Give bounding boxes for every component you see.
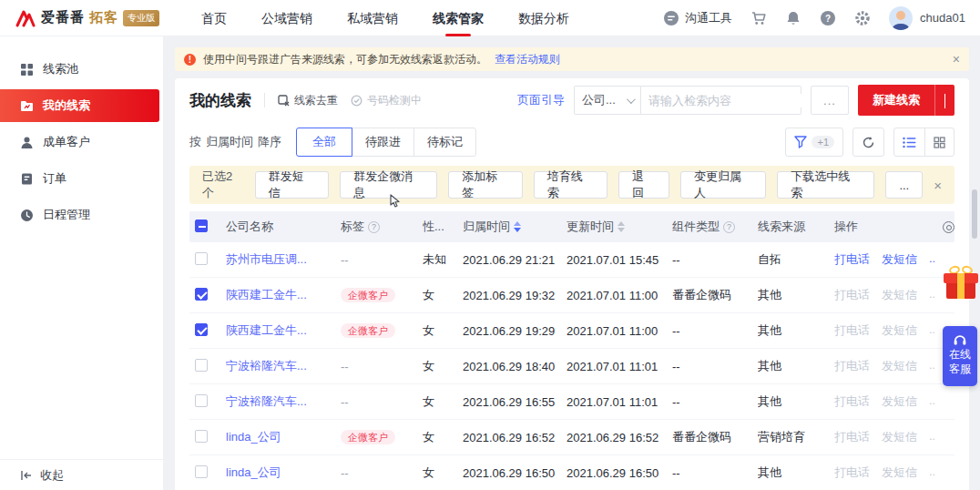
company-link[interactable]: 陕西建工金牛... [226, 288, 307, 301]
bell-icon[interactable] [785, 10, 801, 26]
card-view-button[interactable] [924, 128, 954, 157]
nav-item-public-marketing[interactable]: 公域营销 [261, 0, 312, 36]
search-field-select[interactable]: 公司... [574, 86, 641, 115]
add-tag-button[interactable]: 添加标签 [448, 171, 522, 199]
nurture-leads-button[interactable]: 培育线索 [534, 171, 607, 199]
row-checkbox[interactable] [195, 465, 208, 478]
assign-time-cell: 2021.06.29 16:50 [463, 466, 567, 480]
call-link[interactable]: 打电话 [834, 358, 870, 374]
row-more-link[interactable]: ... [929, 464, 934, 481]
scrollbar-thumb[interactable] [972, 189, 977, 239]
update-time-cell: 2021.06.29 16:50 [567, 466, 672, 480]
sms-link[interactable]: 发短信 [882, 322, 917, 339]
bulk-wecom-message-button[interactable]: 群发企微消息 [340, 171, 437, 199]
company-link[interactable]: 苏州市电压调... [226, 252, 307, 266]
call-link[interactable]: 打电话 [834, 464, 870, 481]
row-more-link[interactable]: ... [929, 287, 934, 303]
row-checkbox[interactable] [195, 288, 208, 301]
user-menu[interactable]: chuda01 [889, 6, 965, 30]
row-checkbox[interactable] [195, 323, 208, 336]
row-more-link[interactable]: ... [929, 251, 934, 268]
sidebar-item-orders[interactable]: 订单 [0, 162, 163, 195]
page-guide-link[interactable]: 页面引导 [517, 92, 565, 108]
return-button[interactable]: 退回 [618, 171, 669, 199]
row-more-link[interactable]: ... [929, 358, 934, 374]
gift-promo-icon[interactable] [944, 266, 978, 301]
sidebar-item-label: 订单 [43, 170, 66, 187]
cart-icon[interactable] [750, 10, 767, 26]
row-actions: 打电话发短信... [834, 322, 929, 339]
sms-link[interactable]: 发短信 [882, 251, 917, 268]
sidebar-item-lead-pool[interactable]: 线索池 [0, 53, 163, 86]
row-checkbox[interactable] [195, 394, 208, 407]
row-more-link[interactable]: ... [929, 429, 934, 445]
sms-link[interactable]: 发短信 [882, 287, 917, 303]
main-content: ! 使用中间号跟进广告来源线索，可参加无效线索返款活动。 查看活动规则 × 我的… [164, 36, 980, 490]
call-link[interactable]: 打电话 [834, 287, 870, 303]
company-link[interactable]: 宁波裕隆汽车... [226, 394, 307, 408]
tag-help-icon[interactable]: ? [368, 221, 380, 233]
refresh-button[interactable] [852, 128, 884, 157]
sms-link[interactable]: 发短信 [882, 429, 917, 445]
nav-item-data-analysis[interactable]: 数据分析 [518, 0, 569, 36]
row-checkbox[interactable] [195, 252, 208, 265]
status-tabs: 全部 待跟进 待标记 [296, 128, 476, 157]
card-view-icon [934, 137, 945, 148]
comm-tool-button[interactable]: 沟通工具 [663, 10, 732, 26]
table-row: linda_公司 -- 女 2021.06.29 16:50 2021.06.2… [189, 455, 954, 490]
bulk-more-button[interactable]: ... [885, 171, 923, 199]
action-bar-close-icon[interactable]: × [934, 178, 942, 193]
sidebar-collapse-button[interactable]: 收起 [0, 459, 163, 490]
activity-rules-link[interactable]: 查看活动规则 [495, 52, 560, 67]
refresh-icon [862, 136, 875, 149]
company-link[interactable]: linda_公司 [226, 465, 281, 479]
nav-item-lead-manager[interactable]: 线索管家 [433, 0, 484, 36]
col-tag: 标签 [341, 219, 364, 235]
sms-link[interactable]: 发短信 [882, 393, 917, 410]
brand-logo[interactable]: 爱番番 拓客 专业版 [15, 9, 159, 27]
dedupe-button[interactable]: 线索去重 [278, 93, 338, 108]
nav-item-private-marketing[interactable]: 私域营销 [347, 0, 398, 36]
tab-to-follow[interactable]: 待跟进 [352, 128, 414, 157]
search-input[interactable] [648, 94, 809, 107]
sms-link[interactable]: 发短信 [882, 358, 917, 374]
sort-assign-time-icon[interactable] [514, 221, 521, 232]
new-lead-dropdown[interactable] [935, 94, 954, 107]
nav-item-home[interactable]: 首页 [201, 0, 227, 36]
update-time-cell: 2021.07.01 15:45 [567, 253, 672, 267]
call-link[interactable]: 打电话 [834, 251, 870, 268]
column-settings-icon[interactable] [943, 221, 954, 233]
component-help-icon[interactable]: ? [723, 221, 735, 233]
filter-button[interactable]: +1 [785, 128, 843, 157]
call-link[interactable]: 打电话 [834, 393, 870, 410]
tab-to-mark[interactable]: 待标记 [413, 128, 476, 157]
company-link[interactable]: linda_公司 [226, 430, 281, 444]
company-link[interactable]: 宁波裕隆汽车... [226, 359, 307, 373]
row-checkbox[interactable] [195, 359, 208, 372]
tab-all[interactable]: 全部 [296, 128, 352, 157]
online-service-button[interactable]: 在线 客服 [943, 326, 977, 386]
sort-update-time-icon[interactable] [618, 221, 625, 232]
settings-gear-icon[interactable] [854, 10, 871, 26]
bulk-sms-button[interactable]: 群发短信 [255, 171, 329, 199]
list-view-button[interactable] [893, 128, 925, 157]
row-more-link[interactable]: ... [929, 322, 934, 339]
help-icon[interactable]: ? [820, 10, 836, 26]
sms-link[interactable]: 发短信 [882, 464, 917, 481]
sidebar-item-schedule[interactable]: 日程管理 [0, 199, 163, 231]
select-all-checkbox[interactable] [195, 219, 208, 232]
banner-close-icon[interactable]: × [953, 52, 960, 66]
call-link[interactable]: 打电话 [834, 429, 870, 445]
assign-time-cell: 2021.06.29 16:52 [463, 431, 567, 444]
svg-text:?: ? [825, 13, 831, 23]
change-owner-button[interactable]: 变更归属人 [680, 171, 766, 199]
row-more-link[interactable]: ... [929, 393, 934, 410]
sidebar-item-my-leads[interactable]: 我的线索 [0, 89, 159, 122]
row-checkbox[interactable] [195, 430, 208, 443]
company-link[interactable]: 陕西建工金牛... [226, 323, 307, 337]
sidebar-item-customers[interactable]: 成单客户 [0, 126, 163, 158]
call-link[interactable]: 打电话 [834, 322, 870, 339]
new-lead-button[interactable]: 新建线索 [858, 85, 954, 116]
download-selected-button[interactable]: 下载选中线索 [777, 171, 874, 199]
toolbar-more-button[interactable]: ... [811, 86, 849, 115]
